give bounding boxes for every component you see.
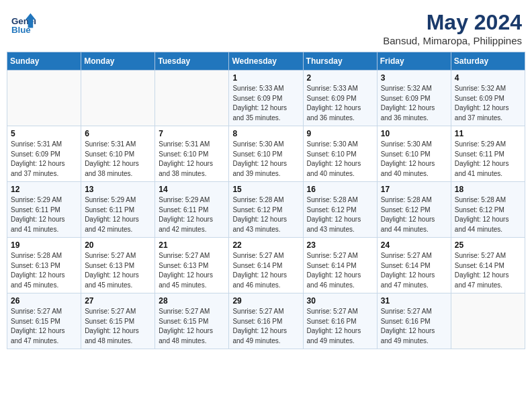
calendar-week-row: 5Sunrise: 5:31 AM Sunset: 6:09 PM Daylig… <box>7 126 525 182</box>
day-number: 21 <box>159 240 225 250</box>
cell-sun-info: Sunrise: 5:27 AM Sunset: 6:15 PM Dayligh… <box>85 307 151 346</box>
day-number: 12 <box>11 185 77 194</box>
day-number: 3 <box>381 73 447 83</box>
cell-sun-info: Sunrise: 5:32 AM Sunset: 6:09 PM Dayligh… <box>455 84 521 123</box>
weekday-header: Wednesday <box>229 52 303 71</box>
cell-sun-info: Sunrise: 5:27 AM Sunset: 6:15 PM Dayligh… <box>11 307 77 346</box>
calendar-cell: 13Sunrise: 5:29 AM Sunset: 6:11 PM Dayli… <box>81 182 155 238</box>
calendar-cell: 25Sunrise: 5:27 AM Sunset: 6:14 PM Dayli… <box>451 238 525 293</box>
day-number: 13 <box>85 185 151 194</box>
day-number: 24 <box>381 240 447 250</box>
month-year: May 2024 <box>383 10 522 35</box>
cell-sun-info: Sunrise: 5:31 AM Sunset: 6:09 PM Dayligh… <box>11 140 77 179</box>
calendar-week-row: 1Sunrise: 5:33 AM Sunset: 6:09 PM Daylig… <box>7 71 525 126</box>
weekday-header: Friday <box>377 52 451 71</box>
calendar-cell: 11Sunrise: 5:29 AM Sunset: 6:11 PM Dayli… <box>451 126 525 182</box>
cell-sun-info: Sunrise: 5:29 AM Sunset: 6:11 PM Dayligh… <box>455 140 521 179</box>
calendar-cell: 16Sunrise: 5:28 AM Sunset: 6:12 PM Dayli… <box>303 182 377 238</box>
weekday-header: Sunday <box>7 52 81 71</box>
day-number: 17 <box>381 185 447 194</box>
day-number: 1 <box>232 73 299 83</box>
calendar-body: 1Sunrise: 5:33 AM Sunset: 6:09 PM Daylig… <box>7 71 525 349</box>
day-number: 4 <box>455 73 521 83</box>
cell-sun-info: Sunrise: 5:33 AM Sunset: 6:09 PM Dayligh… <box>307 84 373 123</box>
day-number: 6 <box>85 129 151 138</box>
calendar-cell: 9Sunrise: 5:30 AM Sunset: 6:10 PM Daylig… <box>303 126 377 182</box>
cell-sun-info: Sunrise: 5:27 AM Sunset: 6:14 PM Dayligh… <box>455 251 521 290</box>
calendar-cell: 7Sunrise: 5:31 AM Sunset: 6:10 PM Daylig… <box>155 126 229 182</box>
weekday-header: Thursday <box>303 52 377 71</box>
cell-sun-info: Sunrise: 5:27 AM Sunset: 6:14 PM Dayligh… <box>307 251 373 290</box>
calendar-cell: 30Sunrise: 5:27 AM Sunset: 6:16 PM Dayli… <box>303 293 377 349</box>
calendar-cell: 5Sunrise: 5:31 AM Sunset: 6:09 PM Daylig… <box>7 126 81 182</box>
weekday-header: Monday <box>81 52 155 71</box>
calendar-cell: 15Sunrise: 5:28 AM Sunset: 6:12 PM Dayli… <box>229 182 303 238</box>
calendar-cell: 2Sunrise: 5:33 AM Sunset: 6:09 PM Daylig… <box>303 71 377 126</box>
day-number: 7 <box>159 129 225 138</box>
day-number: 26 <box>11 296 77 306</box>
day-number: 23 <box>307 240 373 250</box>
weekday-header: Tuesday <box>155 52 229 71</box>
calendar-cell: 18Sunrise: 5:28 AM Sunset: 6:12 PM Dayli… <box>451 182 525 238</box>
day-number: 14 <box>159 185 225 194</box>
calendar-cell: 21Sunrise: 5:27 AM Sunset: 6:13 PM Dayli… <box>155 238 229 293</box>
page-header: General Blue May 2024 Bansud, Mimaropa, … <box>7 7 525 46</box>
day-number: 2 <box>307 73 373 83</box>
title-block: May 2024 Bansud, Mimaropa, Philippines <box>383 10 522 46</box>
calendar-cell <box>81 71 155 126</box>
weekday-header: Saturday <box>451 52 525 71</box>
calendar-cell: 31Sunrise: 5:27 AM Sunset: 6:16 PM Dayli… <box>377 293 451 349</box>
cell-sun-info: Sunrise: 5:27 AM Sunset: 6:13 PM Dayligh… <box>85 251 151 290</box>
calendar-cell: 28Sunrise: 5:27 AM Sunset: 6:15 PM Dayli… <box>155 293 229 349</box>
day-number: 31 <box>381 296 447 306</box>
cell-sun-info: Sunrise: 5:29 AM Sunset: 6:11 PM Dayligh… <box>11 195 77 234</box>
calendar-cell: 20Sunrise: 5:27 AM Sunset: 6:13 PM Dayli… <box>81 238 155 293</box>
svg-text:Blue: Blue <box>11 25 31 35</box>
day-number: 30 <box>307 296 373 306</box>
calendar-cell: 26Sunrise: 5:27 AM Sunset: 6:15 PM Dayli… <box>7 293 81 349</box>
cell-sun-info: Sunrise: 5:28 AM Sunset: 6:13 PM Dayligh… <box>11 251 77 290</box>
day-number: 27 <box>85 296 151 306</box>
day-number: 28 <box>159 296 225 306</box>
cell-sun-info: Sunrise: 5:27 AM Sunset: 6:14 PM Dayligh… <box>232 251 299 290</box>
day-number: 11 <box>455 129 521 138</box>
calendar-cell: 22Sunrise: 5:27 AM Sunset: 6:14 PM Dayli… <box>229 238 303 293</box>
day-number: 15 <box>232 185 299 194</box>
cell-sun-info: Sunrise: 5:32 AM Sunset: 6:09 PM Dayligh… <box>381 84 447 123</box>
day-number: 5 <box>11 129 77 138</box>
cell-sun-info: Sunrise: 5:33 AM Sunset: 6:09 PM Dayligh… <box>232 84 299 123</box>
day-number: 20 <box>85 240 151 250</box>
calendar-cell: 8Sunrise: 5:30 AM Sunset: 6:10 PM Daylig… <box>229 126 303 182</box>
cell-sun-info: Sunrise: 5:28 AM Sunset: 6:12 PM Dayligh… <box>381 195 447 234</box>
cell-sun-info: Sunrise: 5:27 AM Sunset: 6:13 PM Dayligh… <box>159 251 225 290</box>
calendar-week-row: 19Sunrise: 5:28 AM Sunset: 6:13 PM Dayli… <box>7 238 525 293</box>
cell-sun-info: Sunrise: 5:31 AM Sunset: 6:10 PM Dayligh… <box>159 140 225 179</box>
calendar-header-row: SundayMondayTuesdayWednesdayThursdayFrid… <box>7 52 525 71</box>
day-number: 18 <box>455 185 521 194</box>
calendar-cell: 12Sunrise: 5:29 AM Sunset: 6:11 PM Dayli… <box>7 182 81 238</box>
calendar-cell: 3Sunrise: 5:32 AM Sunset: 6:09 PM Daylig… <box>377 71 451 126</box>
day-number: 25 <box>455 240 521 250</box>
cell-sun-info: Sunrise: 5:27 AM Sunset: 6:16 PM Dayligh… <box>232 307 299 346</box>
cell-sun-info: Sunrise: 5:29 AM Sunset: 6:11 PM Dayligh… <box>85 195 151 234</box>
day-number: 19 <box>11 240 77 250</box>
day-number: 29 <box>232 296 299 306</box>
logo-icon: General Blue <box>10 10 36 36</box>
cell-sun-info: Sunrise: 5:30 AM Sunset: 6:10 PM Dayligh… <box>307 140 373 179</box>
calendar-cell: 17Sunrise: 5:28 AM Sunset: 6:12 PM Dayli… <box>377 182 451 238</box>
day-number: 16 <box>307 185 373 194</box>
calendar-cell: 24Sunrise: 5:27 AM Sunset: 6:14 PM Dayli… <box>377 238 451 293</box>
cell-sun-info: Sunrise: 5:28 AM Sunset: 6:12 PM Dayligh… <box>232 195 299 234</box>
day-number: 8 <box>232 129 299 138</box>
cell-sun-info: Sunrise: 5:31 AM Sunset: 6:10 PM Dayligh… <box>85 140 151 179</box>
calendar-cell: 14Sunrise: 5:29 AM Sunset: 6:11 PM Dayli… <box>155 182 229 238</box>
calendar-table: SundayMondayTuesdayWednesdayThursdayFrid… <box>7 52 525 349</box>
calendar-week-row: 26Sunrise: 5:27 AM Sunset: 6:15 PM Dayli… <box>7 293 525 349</box>
calendar-cell <box>451 293 525 349</box>
calendar-cell: 6Sunrise: 5:31 AM Sunset: 6:10 PM Daylig… <box>81 126 155 182</box>
cell-sun-info: Sunrise: 5:27 AM Sunset: 6:16 PM Dayligh… <box>307 307 373 346</box>
cell-sun-info: Sunrise: 5:30 AM Sunset: 6:10 PM Dayligh… <box>232 140 299 179</box>
calendar-cell: 1Sunrise: 5:33 AM Sunset: 6:09 PM Daylig… <box>229 71 303 126</box>
calendar-week-row: 12Sunrise: 5:29 AM Sunset: 6:11 PM Dayli… <box>7 182 525 238</box>
cell-sun-info: Sunrise: 5:27 AM Sunset: 6:16 PM Dayligh… <box>381 307 447 346</box>
